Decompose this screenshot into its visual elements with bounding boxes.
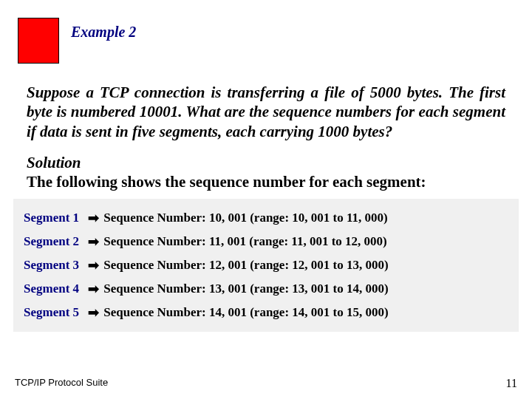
segment-text: Sequence Number: 11, 001 (range: 11, 001… [103,234,386,249]
list-item: Segment 3 ➡ Sequence Number: 12, 001 (ra… [24,253,508,277]
example-title: Example 2 [71,24,136,41]
list-item: Segment 5 ➡ Sequence Number: 14, 001 (ra… [24,301,508,324]
arrow-right-icon: ➡ [88,282,99,296]
arrow-right-icon: ➡ [88,211,99,225]
solution-label: Solution [27,153,505,172]
segments-list: Segment 1 ➡ Sequence Number: 10, 001 (ra… [13,199,519,332]
slide: Example 2 Suppose a TCP connection is tr… [0,0,532,399]
segment-text: Sequence Number: 10, 001 (range: 10, 001… [103,211,387,225]
footer: TCP/IP Protocol Suite 11 [15,377,517,390]
page-number: 11 [506,377,517,390]
segment-label: Segment 3 [24,258,82,273]
footer-text: TCP/IP Protocol Suite [15,377,108,390]
solution-intro: The following shows the sequence number … [27,172,505,191]
problem-statement: Suppose a TCP connection is transferring… [27,83,505,141]
segment-label: Segment 2 [24,234,82,249]
list-item: Segment 4 ➡ Sequence Number: 13, 001 (ra… [24,277,508,301]
segment-text: Sequence Number: 12, 001 (range: 12, 001… [103,258,388,273]
decorative-red-box [18,18,59,64]
segment-text: Sequence Number: 13, 001 (range: 13, 001… [103,282,388,296]
segment-label: Segment 5 [24,305,82,320]
header-row: Example 2 [0,0,532,64]
segment-text: Sequence Number: 14, 001 (range: 14, 001… [103,305,388,320]
solution-block: Solution The following shows the sequenc… [27,153,505,192]
list-item: Segment 2 ➡ Sequence Number: 11, 001 (ra… [24,230,508,253]
list-item: Segment 1 ➡ Sequence Number: 10, 001 (ra… [24,206,508,230]
arrow-right-icon: ➡ [88,235,99,248]
segment-label: Segment 4 [24,282,82,296]
arrow-right-icon: ➡ [88,259,99,272]
arrow-right-icon: ➡ [88,306,99,319]
segment-label: Segment 1 [24,211,82,225]
